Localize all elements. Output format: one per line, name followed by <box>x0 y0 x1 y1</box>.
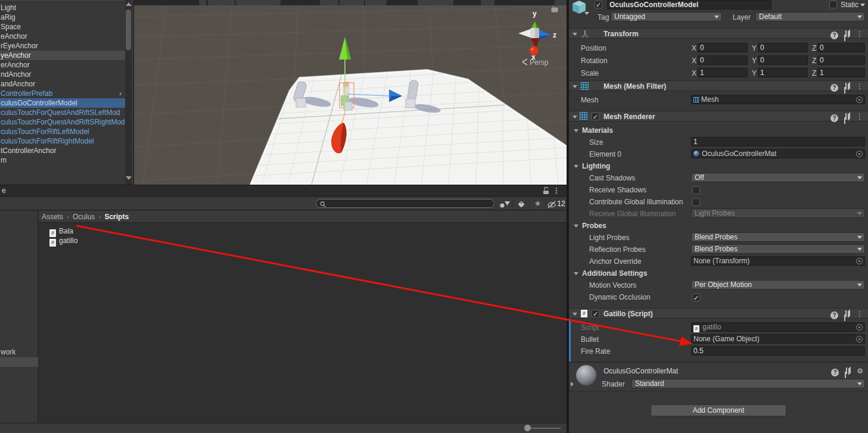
component-enabled-checkbox[interactable]: ✓ <box>592 113 599 120</box>
mesh-filter-header[interactable]: Mesh (Mesh Filter) ?⋮ <box>569 80 868 91</box>
hierarchy-item[interactable]: Space <box>0 22 125 32</box>
hierarchy-item[interactable]: Light <box>0 3 125 13</box>
persp-label[interactable]: Persp <box>530 58 549 67</box>
help-icon[interactable]: ? <box>831 369 839 376</box>
foldout-icon[interactable] <box>574 129 578 132</box>
foldout-icon[interactable] <box>573 85 577 88</box>
zoom-slider-handle[interactable] <box>524 425 531 431</box>
anchor-override-field[interactable]: None (Transform) <box>691 256 865 266</box>
rotation-y-field[interactable]: 0 <box>758 55 808 65</box>
object-picker-icon[interactable] <box>856 324 863 331</box>
help-icon[interactable]: ? <box>830 114 838 122</box>
scrollbar-thumb[interactable] <box>126 10 131 50</box>
bullet-object-field[interactable]: None (Game Object) <box>691 334 865 344</box>
unlock-icon[interactable] <box>542 187 550 195</box>
kebab-menu-icon[interactable]: ⋮ <box>856 82 863 91</box>
toolbar-button[interactable] <box>208 0 235 5</box>
foldout-collapsed-icon[interactable] <box>571 382 574 387</box>
layer-dropdown[interactable]: Default <box>755 12 865 21</box>
kebab-menu-icon[interactable]: ⋮ <box>856 30 863 38</box>
tag-dropdown[interactable]: Untagged <box>611 12 722 21</box>
materials-foldout[interactable]: Materials <box>569 125 868 137</box>
kebab-menu-icon[interactable]: ⋮ <box>856 310 863 318</box>
foldout-icon[interactable] <box>574 165 578 168</box>
toolbar-button[interactable] <box>236 0 281 5</box>
static-dropdown-caret-icon[interactable] <box>860 4 865 7</box>
transform-header[interactable]: Transform ?⋮ <box>569 28 868 39</box>
lighting-foldout[interactable]: Lighting <box>569 161 868 173</box>
tree-item-selected[interactable] <box>0 357 38 367</box>
mesh-object-field[interactable]: Mesh <box>691 95 865 104</box>
project-menu-kebab-icon[interactable]: ⋮ <box>553 186 560 195</box>
cast-shadows-dropdown[interactable]: Off <box>691 173 865 182</box>
prefab-chevron-icon[interactable]: › <box>119 89 122 98</box>
static-checkbox[interactable] <box>829 1 837 8</box>
additional-settings-foldout[interactable]: Additional Settings <box>569 268 868 280</box>
project-folder-tree[interactable]: work <box>0 211 38 423</box>
hidden-count-button[interactable]: 12 <box>546 198 567 210</box>
hierarchy-item[interactable]: erAnchor <box>0 60 125 70</box>
light-probes-dropdown[interactable]: Blend Probes <box>691 232 865 242</box>
foldout-icon[interactable] <box>573 116 577 119</box>
favorites-star-button[interactable]: ★ <box>529 198 546 210</box>
toolbar-button[interactable] <box>320 0 338 5</box>
scene-toolbar-cropped[interactable] <box>134 0 567 5</box>
search-by-type-button[interactable] <box>496 198 512 210</box>
foldout-icon[interactable] <box>573 313 577 316</box>
object-picker-icon[interactable] <box>856 258 863 264</box>
hierarchy-item[interactable]: aRig <box>0 13 125 22</box>
scale-z-field[interactable]: 1 <box>817 68 865 77</box>
presets-icon[interactable] <box>844 310 851 317</box>
search-by-label-button[interactable] <box>512 198 529 210</box>
contribute-gi-checkbox[interactable] <box>692 198 700 206</box>
scroll-up-icon[interactable] <box>126 2 132 6</box>
presets-icon[interactable] <box>844 30 851 38</box>
shader-dropdown[interactable]: Standard <box>631 379 865 388</box>
static-label[interactable]: Static <box>841 1 858 9</box>
add-component-button[interactable]: Add Component <box>651 404 786 416</box>
hierarchy-item[interactable]: m <box>0 155 125 165</box>
gameobject-name-field[interactable]: OculusGoControllerModel <box>607 0 771 10</box>
toolbar-button[interactable] <box>481 0 494 5</box>
hierarchy-item-selected[interactable]: culusGoControllerModel <box>0 98 125 108</box>
hierarchy-item-prefab[interactable]: culusTouchForRiftRightModel <box>0 136 125 146</box>
materials-size-field[interactable]: 1 <box>691 137 865 147</box>
toolbar-button[interactable] <box>555 0 567 5</box>
script-object-field[interactable]: #gatillo <box>691 322 865 332</box>
hierarchy-item[interactable]: tControllerAnchor <box>0 146 125 155</box>
fire-rate-field[interactable]: 0.5 <box>691 346 865 356</box>
asset-file-gatillo[interactable]: #gatillo <box>49 236 77 245</box>
help-icon[interactable]: ? <box>830 84 838 92</box>
reflection-probes-dropdown[interactable]: Blend Probes <box>691 244 865 254</box>
object-picker-icon[interactable] <box>856 336 863 342</box>
presets-icon[interactable] <box>844 83 851 90</box>
toolbar-button[interactable] <box>199 0 206 5</box>
rotation-z-field[interactable]: 0 <box>817 55 865 65</box>
hierarchy-item-prefab[interactable]: culusTouchForQuestAndRiftSLeftMod <box>0 108 125 117</box>
element0-object-field[interactable]: OculusGoControllerMat <box>691 149 865 158</box>
hierarchy-item[interactable]: ndAnchor <box>0 70 125 79</box>
position-z-field[interactable]: 0 <box>817 43 865 52</box>
presets-icon[interactable] <box>844 367 851 375</box>
hierarchy-item-hovered[interactable]: yeAnchor <box>0 51 125 60</box>
search-input[interactable] <box>316 199 494 208</box>
mesh-renderer-header[interactable]: ✓ Mesh Renderer ?⋮ <box>569 111 868 122</box>
foldout-icon[interactable] <box>574 272 578 275</box>
breadcrumb-root[interactable]: Assets <box>42 213 63 221</box>
hierarchy-item-prefab[interactable]: ControllerPrefab› <box>0 89 125 98</box>
position-y-field[interactable]: 0 <box>758 43 808 52</box>
presets-icon[interactable] <box>844 113 851 120</box>
receive-shadows-checkbox[interactable] <box>692 186 700 194</box>
hierarchy-item[interactable]: rEyeAnchor <box>0 41 125 51</box>
help-icon[interactable]: ? <box>830 32 838 39</box>
object-picker-icon[interactable] <box>856 96 863 103</box>
rotation-x-field[interactable]: 0 <box>698 55 748 65</box>
hierarchy-item[interactable]: andAnchor <box>0 79 125 89</box>
gear-icon[interactable]: ⚙ <box>857 367 863 375</box>
hierarchy-scrollbar[interactable] <box>125 0 132 185</box>
tree-item-partial[interactable]: work <box>1 348 15 356</box>
scroll-down-icon[interactable] <box>126 176 132 180</box>
motion-vectors-dropdown[interactable]: Per Object Motion <box>691 280 865 289</box>
component-enabled-checkbox[interactable]: ✓ <box>592 310 599 317</box>
material-preview-sphere[interactable] <box>576 365 596 385</box>
